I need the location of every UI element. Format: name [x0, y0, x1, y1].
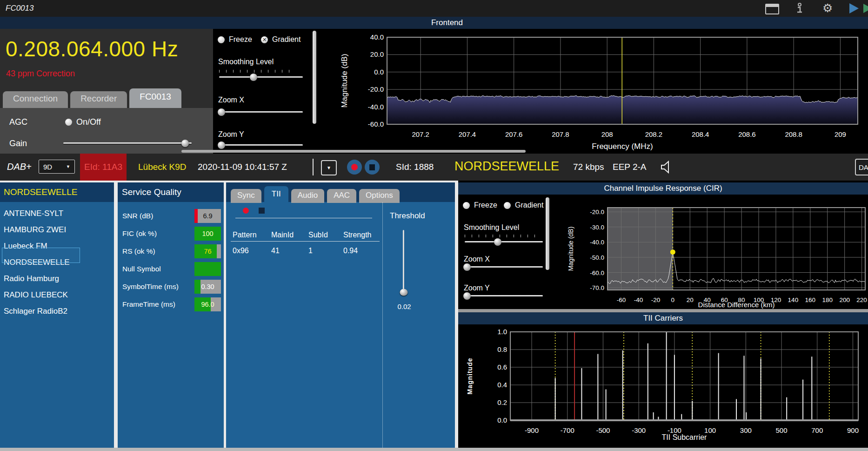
- spectrum-hscrollbar[interactable]: [181, 150, 526, 153]
- svg-text:500: 500: [776, 426, 788, 434]
- info-icon[interactable]: [795, 2, 804, 14]
- timestamp: 2020-11-09 10:41:57 Z: [198, 162, 287, 172]
- svg-text:208.2: 208.2: [645, 130, 663, 138]
- sq-label: SymbolTime (ms): [122, 283, 179, 291]
- cir-smoothing-slider[interactable]: [465, 241, 543, 242]
- tii-table-row[interactable]: 0x96 41 1 0.94: [233, 247, 378, 255]
- col-subid: SubId: [308, 231, 343, 239]
- bitrate: 72 kbps: [573, 162, 604, 172]
- svg-text:0.2: 0.2: [497, 398, 507, 406]
- cell-strength: 0.94: [343, 247, 358, 255]
- tab-fc0013[interactable]: FC0013: [129, 88, 181, 108]
- record-button[interactable]: [347, 160, 362, 175]
- freeze-toggle[interactable]: Freeze: [218, 35, 252, 44]
- station-item[interactable]: Schlager RadioB2: [0, 303, 114, 320]
- smoothing-slider[interactable]: [219, 76, 303, 78]
- record-dropdown-button[interactable]: ▼: [321, 160, 337, 175]
- tab-aac[interactable]: AAC: [327, 189, 356, 203]
- svg-text:-60.0: -60.0: [590, 269, 604, 276]
- tab-options[interactable]: Options: [359, 189, 400, 203]
- cir-freeze-toggle[interactable]: Freeze: [463, 201, 497, 209]
- svg-text:207.2: 207.2: [412, 130, 429, 138]
- cir-zoom-x-knob[interactable]: [463, 263, 471, 271]
- tab-sync[interactable]: Sync: [231, 189, 261, 203]
- cir-zoom-x-slider[interactable]: [465, 266, 543, 268]
- svg-text:207.8: 207.8: [552, 130, 569, 138]
- agc-label: AGC: [9, 117, 27, 127]
- svg-text:180: 180: [822, 296, 833, 303]
- stop-button[interactable]: [365, 160, 380, 175]
- dab-bar-separator: [313, 159, 314, 175]
- cir-freeze-label: Freeze: [474, 201, 497, 209]
- svg-text:207.6: 207.6: [505, 130, 523, 138]
- tab-connection[interactable]: Connection: [3, 91, 68, 108]
- speaker-muted-icon[interactable]: [660, 161, 672, 174]
- channel-dropdown-arrow-icon: ▼: [66, 164, 70, 169]
- svg-text:160: 160: [805, 296, 816, 303]
- gear-icon[interactable]: ⚙: [822, 2, 833, 14]
- zoom-x-slider-knob[interactable]: [218, 108, 225, 116]
- gradient-toggle[interactable]: ✕ Gradient: [261, 35, 300, 44]
- smoothing-label: Smoothing Level: [218, 58, 274, 66]
- service-id: SId: 1888: [396, 162, 434, 172]
- sq-row-symboltime: SymbolTime (ms) 0.30: [122, 279, 221, 294]
- ensemble-name: Lübeck K9D: [138, 162, 187, 172]
- svg-text:Magnitude (dB): Magnitude (dB): [340, 54, 349, 108]
- svg-text:-40: -40: [634, 296, 643, 303]
- svg-text:0.0: 0.0: [497, 416, 507, 424]
- threshold-slider[interactable]: [403, 230, 404, 294]
- station-list-panel: NORDSEEWELLE ANTENNE-SYLT HAMBURG ZWEI L…: [0, 182, 114, 448]
- freeze-radio-icon[interactable]: [218, 36, 225, 43]
- svg-text:Distance Difference (km): Distance Difference (km): [698, 301, 775, 309]
- channel-dropdown[interactable]: 9D ▼: [39, 160, 75, 174]
- tab-tii[interactable]: TII: [264, 186, 288, 203]
- tab-recorder[interactable]: Recorder: [70, 91, 127, 108]
- zoom-y-slider[interactable]: [219, 144, 303, 146]
- record-dropdown-arrow-icon: ▼: [327, 165, 331, 170]
- cir-scroll-strip[interactable]: [458, 309, 868, 312]
- svg-text:208.6: 208.6: [738, 130, 756, 138]
- zoom-x-slider[interactable]: [219, 111, 303, 113]
- cir-zoom-x-label: Zoom X: [464, 255, 490, 263]
- station-item[interactable]: RADIO LUEBECK: [0, 287, 114, 303]
- protection-level: EEP 2-A: [613, 162, 647, 172]
- threshold-slider-knob[interactable]: [400, 289, 407, 296]
- gain-label: Gain: [9, 139, 27, 148]
- frontend-header: Frontend: [0, 17, 868, 29]
- cir-smoothing-knob[interactable]: [494, 238, 501, 246]
- smoothing-slider-knob[interactable]: [250, 74, 257, 81]
- play-partial-icon[interactable]: [863, 4, 868, 13]
- sq-row-snr: SNR (dB) 6.9: [122, 209, 221, 223]
- cir-gradient-radio-icon[interactable]: [504, 202, 511, 209]
- agc-toggle[interactable]: On/Off: [65, 117, 101, 127]
- svg-text:-40.0: -40.0: [590, 239, 604, 246]
- zoom-x-label: Zoom X: [218, 96, 244, 104]
- cir-zoom-y-knob[interactable]: [463, 292, 471, 300]
- sq-bar: 96.0: [194, 297, 221, 311]
- station-item[interactable]: Radio Hamburg: [0, 271, 114, 287]
- controls-scrollbar[interactable]: [313, 31, 316, 124]
- bottom-scrollbar[interactable]: [0, 448, 868, 451]
- col-pattern: Pattern: [233, 231, 271, 239]
- station-item[interactable]: HAMBURG ZWEI: [0, 222, 114, 238]
- svg-text:-20: -20: [651, 296, 661, 303]
- svg-text:209: 209: [835, 130, 846, 138]
- gradient-check-icon[interactable]: ✕: [261, 36, 268, 43]
- play-icon[interactable]: [849, 3, 859, 13]
- tab-audio[interactable]: Audio: [291, 189, 324, 203]
- cir-freeze-radio-icon[interactable]: [463, 202, 470, 209]
- sq-bar: 6.9: [194, 209, 221, 223]
- svg-text:-20.0: -20.0: [368, 85, 384, 93]
- station-item[interactable]: ANTENNE-SYLT: [0, 206, 114, 222]
- sq-bar: 0.30: [194, 280, 221, 294]
- dab-status-bar: DAB+ 9D ▼ EId: 11A3 Lübeck K9D 2020-11-0…: [0, 154, 868, 181]
- agc-radio-icon[interactable]: [65, 119, 72, 126]
- gain-slider[interactable]: [63, 142, 192, 144]
- gain-slider-knob[interactable]: [181, 140, 189, 147]
- zoom-y-slider-knob[interactable]: [218, 141, 225, 149]
- station-list-header: NORDSEEWELLE: [0, 182, 114, 202]
- cir-gradient-toggle[interactable]: Gradient: [504, 201, 543, 209]
- cir-zoom-y-slider[interactable]: [465, 295, 543, 296]
- cir-controls-scrollbar[interactable]: [546, 197, 549, 270]
- window-menu-icon[interactable]: [765, 4, 779, 14]
